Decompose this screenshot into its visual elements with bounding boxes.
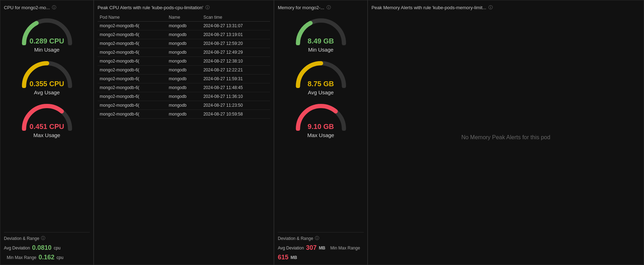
alert-pod: mongo2-mongodb-6(: [98, 66, 167, 75]
cpu-title-text: CPU for mongo2-mo...: [4, 5, 50, 10]
memory-title-text: Memory for mongo2-...: [278, 5, 324, 10]
cpu-alert-row: mongo2-mongodb-6( mongodb 2024-08-27 11:…: [98, 101, 270, 110]
memory-deviation-section: Deviation & Range ⓘ Avg Deviation 307 MB…: [278, 232, 364, 261]
cpu-avg-deviation-label: Avg Deviation: [4, 246, 30, 251]
col-pod-name: Pod Name: [98, 13, 167, 22]
alert-name: mongodb: [167, 75, 201, 83]
alert-time: 2024-08-27 11:59:31: [201, 75, 270, 83]
cpu-avg-label: Avg Usage: [34, 89, 60, 95]
memory-panel-title: Memory for mongo2-... ⓘ: [278, 5, 364, 11]
peak-memory-info-icon[interactable]: ⓘ: [488, 5, 493, 11]
cpu-range-label: Min Max Range: [7, 255, 36, 260]
cpu-range-value: 0.162: [39, 254, 54, 261]
cpu-min-gauge-wrapper: 0.289 CPU: [19, 13, 75, 45]
alert-name: mongodb: [167, 92, 201, 101]
cpu-deviation-row: Avg Deviation 0.0810 cpu Min Max Range 0…: [4, 244, 90, 261]
alert-time: 2024-08-27 12:38:10: [201, 57, 270, 66]
memory-avg-deviation-value: 307: [306, 244, 317, 252]
alert-time: 2024-08-27 11:48:45: [201, 83, 270, 92]
cpu-alerts-panel: Peak CPU Alerts with rule 'kube-pods-cpu…: [94, 0, 274, 265]
alert-time: 2024-08-27 12:22:21: [201, 66, 270, 75]
no-alerts-message: No Memory Peak Alerts for this pod: [461, 134, 550, 141]
memory-max-label: Max Usage: [308, 132, 334, 138]
alert-pod: mongo2-mongodb-6(: [98, 75, 167, 83]
memory-avg-deviation-unit: MB: [319, 246, 326, 251]
alert-name: mongodb: [167, 39, 201, 48]
cpu-alerts-info-icon[interactable]: ⓘ: [205, 5, 210, 11]
cpu-panel-title: CPU for mongo2-mo... ⓘ: [4, 5, 90, 11]
cpu-alerts-header-row: Pod Name Name Scan time: [98, 13, 270, 22]
alert-name: mongodb: [167, 66, 201, 75]
memory-gauge-panel: Memory for mongo2-... ⓘ 8.49 GB Min Usag…: [274, 0, 368, 265]
memory-deviation-title: Deviation & Range ⓘ: [278, 235, 364, 241]
cpu-range-unit: cpu: [57, 255, 63, 260]
cpu-deviation-section: Deviation & Range ⓘ Avg Deviation 0.0810…: [4, 232, 90, 261]
memory-max-gauge: 9.10 GB Max Usage: [278, 99, 364, 138]
memory-range-unit: MB: [291, 255, 297, 260]
cpu-avg-deviation-unit: cpu: [54, 246, 60, 251]
cpu-alert-row: mongo2-mongodb-6( mongodb 2024-08-27 12:…: [98, 57, 270, 66]
alert-time: 2024-08-27 13:19:01: [201, 30, 270, 39]
cpu-max-label: Max Usage: [34, 132, 60, 138]
cpu-alerts-title: Peak CPU Alerts with rule 'kube-pods-cpu…: [98, 5, 270, 11]
col-name: Name: [167, 13, 201, 22]
cpu-deviation-info-icon[interactable]: ⓘ: [41, 235, 45, 241]
cpu-gauge-panel: CPU for mongo2-mo... ⓘ 0.289 CPU Min Usa…: [0, 0, 94, 265]
memory-avg-label: Avg Usage: [308, 89, 334, 95]
memory-deviation-row: Avg Deviation 307 MB Min Max Range 615 M…: [278, 244, 364, 261]
alert-pod: mongo2-mongodb-6(: [98, 48, 167, 57]
memory-deviation-info-icon[interactable]: ⓘ: [315, 235, 319, 241]
alert-name: mongodb: [167, 83, 201, 92]
cpu-min-value: 0.289 CPU: [30, 37, 64, 45]
cpu-min-gauge: 0.289 CPU Min Usage: [4, 13, 90, 53]
alert-time: 2024-08-27 11:36:10: [201, 92, 270, 101]
memory-min-value: 8.49 GB: [308, 37, 334, 45]
alert-time: 2024-08-27 10:59:58: [201, 110, 270, 119]
memory-min-gauge-wrapper: 8.49 GB: [293, 13, 349, 45]
alert-pod: mongo2-mongodb-6(: [98, 101, 167, 110]
peak-memory-empty-state: No Memory Peak Alerts for this pod: [461, 13, 550, 261]
cpu-min-label: Min Usage: [34, 47, 60, 53]
cpu-alerts-title-text: Peak CPU Alerts with rule 'kube-pods-cpu…: [98, 5, 203, 10]
memory-info-icon[interactable]: ⓘ: [327, 5, 331, 11]
alert-pod: mongo2-mongodb-6(: [98, 110, 167, 119]
cpu-alert-row: mongo2-mongodb-6( mongodb 2024-08-27 12:…: [98, 39, 270, 48]
memory-min-label: Min Usage: [308, 47, 334, 53]
alert-name: mongodb: [167, 57, 201, 66]
memory-avg-gauge: 8.75 GB Avg Usage: [278, 56, 364, 95]
cpu-alert-row: mongo2-mongodb-6( mongodb 2024-08-27 10:…: [98, 110, 270, 119]
cpu-avg-gauge: 0.355 CPU Avg Usage: [4, 56, 90, 95]
alert-name: mongodb: [167, 48, 201, 57]
cpu-alert-row: mongo2-mongodb-6( mongodb 2024-08-27 11:…: [98, 75, 270, 83]
memory-range-label: Min Max Range: [330, 246, 360, 251]
peak-memory-panel: Peak Memory Alerts with rule 'kube-pods-…: [368, 0, 644, 265]
cpu-avg-deviation-value: 0.0810: [32, 244, 52, 252]
cpu-alerts-table: Pod Name Name Scan time mongo2-mongodb-6…: [98, 13, 270, 119]
alert-name: mongodb: [167, 22, 201, 30]
memory-max-gauge-wrapper: 9.10 GB: [293, 99, 349, 131]
alert-time: 2024-08-27 13:31:07: [201, 22, 270, 30]
cpu-info-icon[interactable]: ⓘ: [52, 5, 56, 11]
dashboard: CPU for mongo2-mo... ⓘ 0.289 CPU Min Usa…: [0, 0, 644, 265]
alert-pod: mongo2-mongodb-6(: [98, 57, 167, 66]
cpu-avg-value: 0.355 CPU: [30, 80, 64, 88]
cpu-alert-row: mongo2-mongodb-6( mongodb 2024-08-27 12:…: [98, 48, 270, 57]
alert-name: mongodb: [167, 30, 201, 39]
cpu-alert-row: mongo2-mongodb-6( mongodb 2024-08-27 13:…: [98, 22, 270, 30]
cpu-alert-row: mongo2-mongodb-6( mongodb 2024-08-27 12:…: [98, 66, 270, 75]
alert-name: mongodb: [167, 110, 201, 119]
memory-max-value: 9.10 GB: [308, 123, 334, 131]
cpu-max-gauge-wrapper: 0.451 CPU: [19, 99, 75, 131]
alert-pod: mongo2-mongodb-6(: [98, 83, 167, 92]
alert-time: 2024-08-27 11:23:50: [201, 101, 270, 110]
memory-min-gauge: 8.49 GB Min Usage: [278, 13, 364, 53]
alert-pod: mongo2-mongodb-6(: [98, 39, 167, 48]
alert-pod: mongo2-mongodb-6(: [98, 30, 167, 39]
peak-memory-title-text: Peak Memory Alerts with rule 'kube-pods-…: [371, 5, 486, 10]
cpu-alert-row: mongo2-mongodb-6( mongodb 2024-08-27 11:…: [98, 83, 270, 92]
cpu-max-value: 0.451 CPU: [30, 123, 64, 131]
alert-pod: mongo2-mongodb-6(: [98, 92, 167, 101]
alert-time: 2024-08-27 12:49:29: [201, 48, 270, 57]
memory-range-value: 615: [278, 254, 288, 261]
cpu-avg-gauge-wrapper: 0.355 CPU: [19, 56, 75, 88]
